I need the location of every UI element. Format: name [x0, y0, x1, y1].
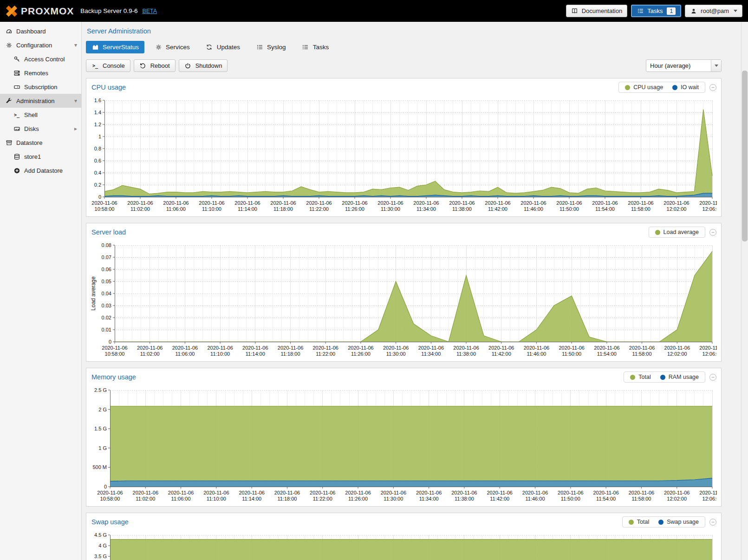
- collapse-icon[interactable]: −: [709, 374, 716, 381]
- tab-tasks[interactable]: Tasks: [296, 41, 335, 53]
- svg-text:11:22:00: 11:22:00: [309, 206, 329, 212]
- svg-text:11:34:00: 11:34:00: [419, 496, 439, 501]
- chart-area: 0500 M1 G1.5 G2 G2.5 G3 G3.5 G4 G4.5 G20…: [86, 530, 721, 560]
- svg-text:0.07: 0.07: [102, 254, 111, 260]
- sidebar-item-datastore[interactable]: Datastore: [0, 136, 81, 150]
- proxmox-x-icon: [6, 5, 18, 17]
- svg-text:12:06:00: 12:06:00: [702, 496, 717, 501]
- svg-text:4 G: 4 G: [98, 543, 107, 548]
- legend-item: Total: [629, 519, 649, 525]
- dashboard-icon: [5, 28, 13, 35]
- tab-services[interactable]: Services: [149, 41, 195, 53]
- svg-text:2020-11-06: 2020-11-06: [453, 345, 479, 351]
- documentation-label: Documentation: [582, 7, 622, 14]
- panel-header: Swap usageTotalSwap usage−: [86, 513, 721, 530]
- product-version: Backup Server 0.9-6: [80, 7, 137, 14]
- user-label: root@pam: [701, 7, 729, 14]
- svg-text:10:58:00: 10:58:00: [95, 206, 115, 212]
- chevron-down-icon: ▾: [74, 42, 77, 48]
- svg-text:11:30:00: 11:30:00: [384, 496, 403, 501]
- shutdown-button[interactable]: Shutdown: [179, 59, 228, 72]
- svg-text:2020-11-06: 2020-11-06: [488, 345, 514, 351]
- scrollbar-thumb[interactable]: [742, 71, 748, 241]
- svg-text:11:38:00: 11:38:00: [452, 206, 472, 212]
- reboot-button[interactable]: Reboot: [134, 59, 176, 72]
- svg-text:0.4: 0.4: [94, 170, 101, 176]
- database-icon: [13, 153, 20, 160]
- svg-text:2020-11-06: 2020-11-06: [451, 490, 477, 495]
- console-button[interactable]: >_ Console: [86, 59, 130, 72]
- tab-label: ServerStatus: [103, 44, 139, 51]
- svg-text:11:10:00: 11:10:00: [202, 206, 221, 212]
- svg-text:2020-11-06: 2020-11-06: [594, 345, 619, 351]
- sidebar-item-label: store1: [24, 153, 41, 160]
- tab-syslog[interactable]: Syslog: [250, 41, 292, 53]
- documentation-button[interactable]: Documentation: [566, 5, 627, 17]
- sidebar-item-remotes[interactable]: Remotes: [0, 66, 81, 80]
- tab-serverstatus[interactable]: ServerStatus: [86, 41, 144, 53]
- chart-area: 00.20.40.60.811.21.41.62020-11-0610:58:0…: [86, 96, 721, 216]
- sidebar-item-subscription[interactable]: Subscription: [0, 80, 81, 94]
- svg-text:2020-11-06: 2020-11-06: [242, 345, 268, 351]
- svg-text:2020-11-06: 2020-11-06: [418, 345, 444, 351]
- collapse-icon[interactable]: −: [709, 519, 716, 526]
- sidebar-item-label: Configuration: [16, 42, 52, 49]
- page-title: Server Administration: [87, 27, 722, 35]
- legend-label: CPU usage: [633, 84, 663, 91]
- plus-circle-icon: [13, 167, 20, 174]
- tasks-button[interactable]: Tasks 1: [631, 5, 681, 17]
- power-icon: [184, 62, 192, 69]
- sidebar-item-configuration[interactable]: Configuration▾: [0, 38, 81, 52]
- svg-text:11:50:00: 11:50:00: [559, 206, 579, 212]
- legend-item: Swap usage: [658, 519, 699, 525]
- svg-text:2020-11-06: 2020-11-06: [520, 200, 546, 206]
- svg-text:2020-11-06: 2020-11-06: [97, 490, 123, 495]
- chart-legend: CPU usageIO wait: [618, 82, 705, 93]
- beta-link[interactable]: BETA: [142, 8, 157, 14]
- list-icon: [256, 44, 263, 51]
- combo-trigger-icon[interactable]: [711, 60, 721, 72]
- svg-text:2020-11-06: 2020-11-06: [663, 200, 689, 206]
- svg-text:11:54:00: 11:54:00: [597, 351, 617, 357]
- svg-text:0.06: 0.06: [102, 267, 111, 272]
- sidebar-item-shell[interactable]: >_Shell: [0, 108, 81, 122]
- svg-text:2020-11-06: 2020-11-06: [278, 345, 303, 351]
- user-menu-button[interactable]: root@pam: [685, 5, 742, 17]
- proxmox-logo: PROXMOX: [6, 5, 74, 17]
- svg-text:0: 0: [109, 339, 111, 345]
- sidebar-item-access-control[interactable]: Access Control: [0, 52, 81, 66]
- console-label: Console: [103, 62, 125, 69]
- svg-text:2020-11-06: 2020-11-06: [628, 200, 653, 206]
- tab-updates[interactable]: Updates: [200, 41, 246, 53]
- svg-text:11:38:00: 11:38:00: [455, 496, 474, 501]
- sidebar-item-label: Access Control: [24, 56, 65, 63]
- collapse-icon[interactable]: −: [709, 84, 716, 91]
- chevron-down-icon: [734, 10, 737, 12]
- vertical-scrollbar[interactable]: [741, 22, 748, 560]
- collapse-icon[interactable]: −: [709, 229, 716, 236]
- svg-text:2020-11-06: 2020-11-06: [629, 490, 654, 495]
- timeframe-select[interactable]: Hour (average): [646, 59, 722, 72]
- sidebar-item-administration[interactable]: Administration▾: [0, 94, 81, 108]
- svg-text:2020-11-06: 2020-11-06: [348, 345, 373, 351]
- legend-dot-icon: [625, 85, 630, 90]
- svg-text:12:06:00: 12:06:00: [702, 206, 717, 212]
- svg-text:2020-11-06: 2020-11-06: [699, 200, 717, 206]
- sidebar-item-store1[interactable]: store1: [0, 150, 81, 163]
- panel-header: Server loadLoad average−: [86, 223, 721, 241]
- gears-icon: [5, 42, 13, 49]
- legend-item: Load average: [655, 229, 699, 235]
- legend-dot-icon: [630, 375, 635, 380]
- svg-text:2020-11-06: 2020-11-06: [168, 490, 194, 495]
- sidebar-item-add-datastore[interactable]: Add Datastore: [0, 163, 81, 177]
- svg-text:11:14:00: 11:14:00: [242, 496, 261, 501]
- svg-text:11:54:00: 11:54:00: [595, 206, 615, 212]
- svg-text:11:46:00: 11:46:00: [527, 351, 546, 357]
- panel-title: Server load: [91, 228, 649, 236]
- sidebar-item-label: Disks: [24, 125, 39, 132]
- sidebar-item-dashboard[interactable]: Dashboard: [0, 24, 81, 38]
- svg-text:2 G: 2 G: [98, 407, 107, 412]
- cpu-usage-chart: 00.20.40.60.811.21.41.62020-11-0610:58:0…: [89, 96, 717, 214]
- sidebar-item-disks[interactable]: Disks▸: [0, 122, 81, 136]
- svg-text:2020-11-06: 2020-11-06: [203, 490, 229, 495]
